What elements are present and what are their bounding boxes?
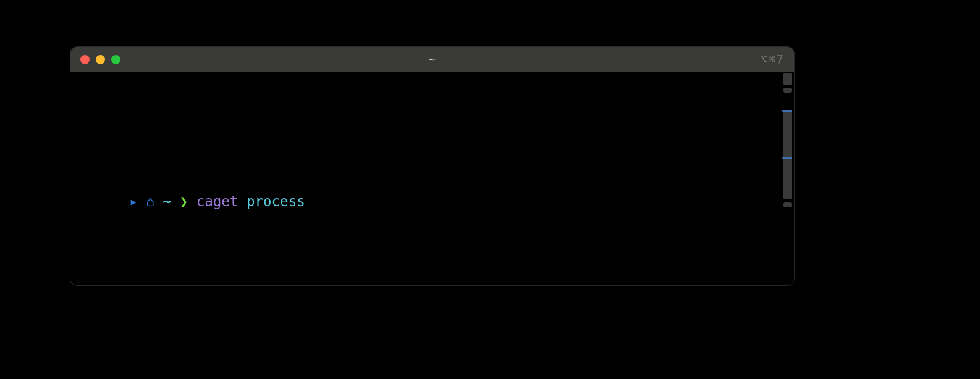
scrollbar-segment (783, 73, 792, 85)
scrollbar-thumb[interactable] (783, 110, 792, 199)
leading-chevron-icon: ▸ (129, 190, 138, 212)
scrollbar[interactable] (782, 73, 793, 284)
scrollbar-mark (782, 110, 792, 112)
minimize-button[interactable] (96, 55, 105, 64)
command: caget (196, 193, 239, 209)
scrollbar-segment (783, 88, 792, 93)
titlebar-shortcut: ⌥⌘7 (760, 52, 784, 67)
scrollbar-segment (783, 202, 792, 207)
zoom-button[interactable] (111, 55, 120, 64)
terminal-body[interactable]: ▸ ⌂ ~ ❯ caget process process 0 ▸ ⌂ ~ ❯ … (70, 72, 794, 285)
titlebar[interactable]: ~ ⌥⌘7 (70, 47, 794, 72)
window-title: ~ (70, 53, 794, 66)
traffic-lights (70, 55, 120, 64)
home-icon: ⌂ (146, 193, 154, 209)
output-line: process 0 (79, 279, 785, 285)
prompt-arrow-icon: ❯ (180, 193, 188, 209)
close-button[interactable] (80, 55, 90, 64)
prompt-line: ▸ ⌂ ~ ❯ caget process (79, 168, 785, 190)
cwd-tilde: ~ (163, 193, 171, 209)
scrollbar-mark (782, 157, 792, 159)
command-args: process (247, 193, 305, 209)
terminal-window: ~ ⌥⌘7 ▸ ⌂ ~ ❯ caget process process 0 ▸ … (70, 46, 795, 286)
